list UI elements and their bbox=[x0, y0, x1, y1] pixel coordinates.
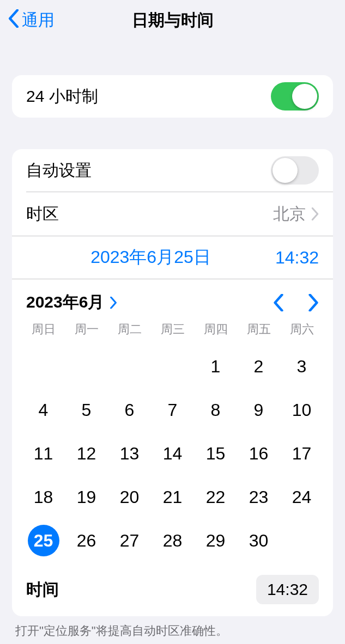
month-selector-button[interactable]: 2023年6月 bbox=[26, 291, 117, 314]
calendar-day[interactable]: 7 bbox=[151, 394, 194, 426]
chevron-right-icon bbox=[110, 297, 117, 309]
calendar-day[interactable]: 21 bbox=[151, 481, 194, 513]
row-timezone[interactable]: 时区 北京 bbox=[12, 192, 333, 236]
calendar-day[interactable]: 6 bbox=[108, 394, 151, 426]
toggle-24h-format[interactable] bbox=[271, 82, 319, 111]
chevron-right-icon bbox=[311, 207, 319, 220]
selected-time: 14:32 bbox=[275, 248, 319, 268]
label-24h-format: 24 小时制 bbox=[26, 85, 98, 108]
calendar-day[interactable]: 23 bbox=[237, 481, 280, 513]
calendar-day[interactable]: 19 bbox=[65, 481, 108, 513]
weekday-label: 周日 bbox=[22, 321, 65, 338]
calendar-day[interactable]: 17 bbox=[280, 438, 323, 469]
calendar-blank bbox=[151, 351, 194, 382]
calendar-blank bbox=[108, 351, 151, 382]
weekday-label: 周一 bbox=[65, 321, 108, 338]
calendar-day[interactable]: 14 bbox=[151, 438, 194, 469]
next-month-button[interactable] bbox=[308, 294, 319, 311]
calendar-day[interactable]: 3 bbox=[280, 351, 323, 382]
label-timezone: 时区 bbox=[26, 203, 59, 225]
chevron-left-icon bbox=[8, 9, 20, 32]
calendar-day[interactable]: 9 bbox=[237, 394, 280, 426]
row-selected-datetime: 2023年6月25日 14:32 bbox=[12, 236, 333, 279]
calendar-day[interactable]: 11 bbox=[22, 438, 65, 469]
label-auto-set: 自动设置 bbox=[26, 160, 92, 182]
calendar-day[interactable]: 24 bbox=[280, 481, 323, 513]
weekday-label: 周四 bbox=[194, 321, 237, 338]
selected-date: 2023年6月25日 bbox=[26, 246, 275, 269]
calendar-day[interactable]: 30 bbox=[237, 525, 280, 556]
value-timezone: 北京 bbox=[273, 203, 306, 225]
calendar-day[interactable]: 20 bbox=[108, 481, 151, 513]
calendar-day[interactable]: 1 bbox=[194, 351, 237, 382]
calendar-day[interactable]: 25 bbox=[22, 525, 65, 556]
calendar-day[interactable]: 16 bbox=[237, 438, 280, 469]
row-auto-set: 自动设置 bbox=[12, 149, 333, 192]
row-24h-format: 24 小时制 bbox=[12, 75, 333, 118]
calendar-day[interactable]: 18 bbox=[22, 481, 65, 513]
calendar-blank bbox=[22, 351, 65, 382]
calendar-day[interactable]: 28 bbox=[151, 525, 194, 556]
calendar-day[interactable]: 26 bbox=[65, 525, 108, 556]
back-label: 通用 bbox=[22, 9, 55, 32]
footer-hint: 打开"定位服务"将提高自动时区准确性。 bbox=[15, 623, 330, 639]
calendar-day[interactable]: 22 bbox=[194, 481, 237, 513]
calendar-day[interactable]: 29 bbox=[194, 525, 237, 556]
calendar-day[interactable]: 8 bbox=[194, 394, 237, 426]
calendar-day[interactable]: 13 bbox=[108, 438, 151, 469]
calendar-day[interactable]: 12 bbox=[65, 438, 108, 469]
weekday-label: 周五 bbox=[237, 321, 280, 338]
weekday-label: 周三 bbox=[151, 321, 194, 338]
weekday-label: 周二 bbox=[108, 321, 151, 338]
time-picker-button[interactable]: 14:32 bbox=[256, 575, 319, 604]
calendar-day[interactable]: 4 bbox=[22, 394, 65, 426]
month-label: 2023年6月 bbox=[26, 291, 104, 314]
calendar-day[interactable]: 10 bbox=[280, 394, 323, 426]
calendar-day[interactable]: 27 bbox=[108, 525, 151, 556]
prev-month-button[interactable] bbox=[273, 294, 284, 311]
weekday-label: 周六 bbox=[280, 321, 323, 338]
calendar-day[interactable]: 15 bbox=[194, 438, 237, 469]
toggle-auto-set[interactable] bbox=[271, 156, 319, 185]
label-time: 时间 bbox=[26, 579, 59, 601]
calendar-day[interactable]: 5 bbox=[65, 394, 108, 426]
calendar-blank bbox=[65, 351, 108, 382]
back-button[interactable]: 通用 bbox=[8, 9, 55, 32]
calendar-day[interactable]: 2 bbox=[237, 351, 280, 382]
